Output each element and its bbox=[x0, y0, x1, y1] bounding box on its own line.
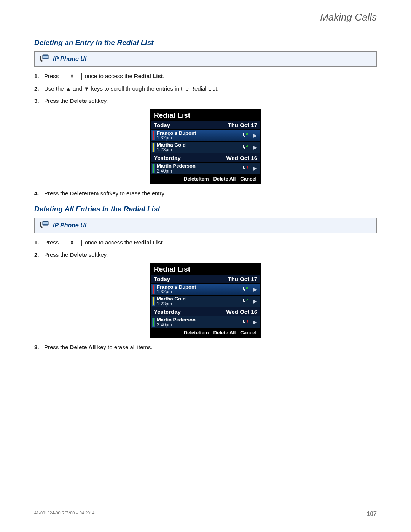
svg-rect-1 bbox=[43, 56, 48, 58]
phone-daybar-yesterday: Yesterday Wed Oct 16 bbox=[151, 307, 260, 316]
phone-softkeys: DeleteItem Delete All Cancel bbox=[151, 328, 260, 337]
presence-icon bbox=[152, 297, 155, 306]
ip-phone-label: IP Phone UI bbox=[53, 222, 86, 229]
redial-key-icon bbox=[62, 73, 82, 80]
phone-screen-redial-list-2: Redial List Today Thu Oct 17 François Du… bbox=[150, 263, 261, 338]
phone-entry-1: François Dupont 1:32pm ▶ bbox=[151, 283, 260, 295]
phone-daybar-yesterday: Yesterday Wed Oct 16 bbox=[151, 153, 260, 162]
call-out-icon bbox=[242, 286, 249, 293]
call-missed-icon: ! bbox=[242, 319, 249, 326]
redial-key-icon bbox=[62, 240, 82, 246]
ip-phone-icon bbox=[39, 220, 49, 230]
presence-icon bbox=[152, 143, 155, 152]
step-2: Press the Delete softkey. bbox=[34, 251, 377, 259]
softkey-deleteitem: DeleteItem bbox=[184, 330, 209, 335]
svg-text:!: ! bbox=[247, 166, 248, 170]
softkey-cancel: Cancel bbox=[240, 176, 256, 182]
softkey-deleteitem: DeleteItem bbox=[184, 176, 209, 182]
presence-icon bbox=[152, 285, 155, 294]
presence-icon bbox=[152, 318, 155, 327]
svg-rect-4 bbox=[43, 222, 48, 224]
ip-phone-icon bbox=[39, 54, 49, 64]
chevron-right-icon: ▶ bbox=[253, 165, 257, 172]
softkey-deleteall: Delete All bbox=[213, 176, 236, 182]
phone-title: Redial List bbox=[151, 264, 260, 274]
call-out-icon bbox=[242, 144, 249, 151]
phone-entry-3: Martin Pederson 2:40pm ! ▶ bbox=[151, 316, 260, 328]
steps-list-2b: Press the Delete All key to erase all it… bbox=[34, 343, 377, 352]
phone-entry-2: Martha Gold 1:23pm ▶ bbox=[151, 141, 260, 153]
call-missed-icon: ! bbox=[242, 165, 249, 172]
step-3: Press the Delete softkey. bbox=[34, 97, 377, 105]
ip-phone-banner: IP Phone UI bbox=[34, 51, 377, 67]
steps-list-1: Press once to access the Redial List. Us… bbox=[34, 72, 377, 105]
softkey-cancel: Cancel bbox=[240, 330, 256, 335]
ip-phone-label: IP Phone UI bbox=[53, 56, 86, 62]
section-heading-delete-all: Deleting All Entries In the Redial List bbox=[34, 205, 377, 213]
chevron-right-icon: ▶ bbox=[253, 144, 257, 151]
doc-revision: 41-001524-00 REV00 – 04.2014 bbox=[34, 511, 94, 518]
chevron-right-icon: ▶ bbox=[253, 319, 257, 326]
step-2: Use the ▲ and ▼ keys to scroll through t… bbox=[34, 85, 377, 93]
phone-entry-3: Martin Pederson 2:40pm ! ▶ bbox=[151, 162, 260, 174]
down-arrow-icon: ▼ bbox=[84, 85, 89, 92]
chapter-title: Making Calls bbox=[34, 11, 377, 23]
phone-title: Redial List bbox=[151, 110, 260, 120]
phone-daybar-today: Today Thu Oct 17 bbox=[151, 274, 260, 283]
phone-daybar-today: Today Thu Oct 17 bbox=[151, 120, 260, 129]
softkey-deleteall: Delete All bbox=[213, 330, 236, 335]
section-heading-delete-entry: Deleting an Entry In the Redial List bbox=[34, 38, 377, 47]
call-out-icon bbox=[242, 132, 249, 139]
chevron-right-icon: ▶ bbox=[253, 132, 257, 139]
chevron-right-icon: ▶ bbox=[253, 298, 257, 305]
presence-icon bbox=[152, 164, 155, 173]
page-number: 107 bbox=[366, 511, 377, 518]
steps-list-1b: Press the DeleteItem softkey to erase th… bbox=[34, 189, 377, 198]
phone-entry-2: Martha Gold 1:23pm ▶ bbox=[151, 295, 260, 307]
presence-icon bbox=[152, 131, 155, 140]
up-arrow-icon: ▲ bbox=[65, 85, 71, 92]
step-4: Press the DeleteItem softkey to erase th… bbox=[34, 189, 377, 198]
ip-phone-banner-2: IP Phone UI bbox=[34, 218, 377, 233]
phone-softkeys: DeleteItem Delete All Cancel bbox=[151, 174, 260, 184]
call-out-icon bbox=[242, 298, 249, 305]
page-footer: 41-001524-00 REV00 – 04.2014 107 bbox=[34, 511, 377, 518]
chevron-right-icon: ▶ bbox=[253, 286, 257, 293]
step-1: Press once to access the Redial List. bbox=[34, 72, 377, 81]
step-3: Press the Delete All key to erase all it… bbox=[34, 343, 377, 352]
phone-screen-redial-list: Redial List Today Thu Oct 17 François Du… bbox=[150, 109, 261, 184]
steps-list-2: Press once to access the Redial List. Pr… bbox=[34, 238, 377, 259]
svg-text:!: ! bbox=[247, 320, 248, 324]
phone-entry-1: François Dupont 1:32pm ▶ bbox=[151, 129, 260, 141]
step-1: Press once to access the Redial List. bbox=[34, 238, 377, 247]
